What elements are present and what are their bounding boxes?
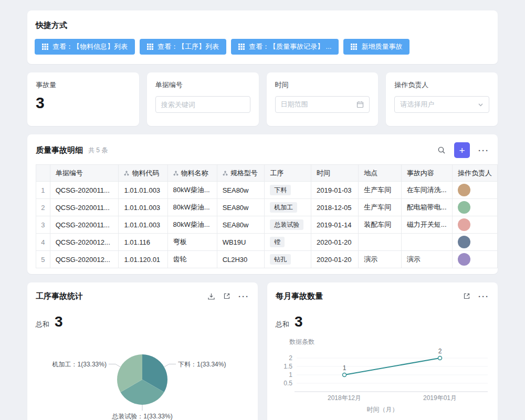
table-more-button[interactable]: ··· — [478, 146, 489, 155]
total-label: 总和 — [276, 320, 289, 329]
shortcut-view-material-list-button[interactable]: 查看：【物料信息】列表 — [35, 39, 135, 55]
cell-spec: SEA80w — [217, 216, 265, 234]
doc-number-search-input[interactable] — [155, 96, 250, 113]
cell-owner — [452, 234, 497, 251]
chevron-down-icon — [478, 102, 484, 108]
column-header-process[interactable]: 工序 — [265, 165, 311, 182]
time-filter-card: 时间 日期范围 — [267, 72, 379, 126]
total-value: 3 — [55, 314, 63, 329]
column-header-content[interactable]: 事故内容 — [401, 165, 452, 182]
accident-detail-card: 质量事故明细 共 5 条 + ··· 单据编号物料代码物料名称规格型号工序时间地… — [27, 134, 498, 274]
shortcut-new-accident-button[interactable]: 新增质量事故 — [343, 39, 410, 55]
table-container: 单据编号物料代码物料名称规格型号工序时间地点事故内容操作负责人 1QCSG-20… — [36, 164, 498, 268]
avatar[interactable] — [458, 236, 470, 248]
search-button[interactable] — [437, 146, 446, 154]
process-tag: 钻孔 — [270, 254, 291, 265]
date-range-input[interactable]: 日期范围 — [275, 96, 370, 113]
y-tick-label: 0.5 — [284, 380, 292, 387]
cell-time: 2019-01-14 — [311, 216, 358, 234]
total-value: 3 — [295, 314, 303, 329]
cell-doc: QCSG-2020011... — [50, 182, 119, 199]
accident-detail-title: 质量事故明细 — [36, 145, 83, 155]
column-header-name[interactable]: 物料名称 — [167, 165, 217, 182]
column-header-doc[interactable]: 单据编号 — [50, 165, 119, 182]
total-label: 总和 — [36, 320, 49, 329]
cell-content — [401, 234, 452, 251]
accident-count-value: 3 — [36, 95, 131, 111]
table-row[interactable]: 4QCSG-2020012...1.01.116弯板WB19U镗2020-01-… — [36, 234, 498, 251]
cell-place: 演示 — [359, 251, 401, 268]
filter-row: 事故量 3 单据编号 时间 日期范围 操作负责人 请选择用户 — [27, 72, 498, 126]
cell-spec: WB19U — [217, 234, 265, 251]
chart-more-button[interactable]: ··· — [478, 292, 489, 301]
avatar[interactable] — [458, 218, 470, 231]
pie-label-line — [109, 364, 121, 368]
charts-row: 工序事故统计 ··· 总和 3 下料：1(33.34%)总装试验：1(33.33… — [27, 282, 498, 420]
cell-name: 齿轮 — [167, 251, 217, 268]
process-pie-chart[interactable] — [36, 333, 249, 420]
column-header-label: 地点 — [364, 169, 377, 178]
row-number: 2 — [36, 199, 50, 216]
table-row[interactable]: 5QCSG-2020012...1.01.120.01齿轮CL2H30钻孔202… — [36, 251, 498, 268]
avatar[interactable] — [458, 184, 470, 196]
column-header-owner[interactable]: 操作负责人 — [452, 165, 497, 182]
y-tick-label: 1 — [289, 371, 292, 379]
more-icon: ··· — [478, 292, 489, 301]
chart-more-button[interactable]: ··· — [238, 292, 249, 301]
cell-owner — [452, 216, 497, 234]
plus-icon: + — [459, 145, 465, 155]
save-image-button[interactable] — [207, 292, 215, 300]
accident-count-label: 事故量 — [36, 80, 131, 90]
column-header-place[interactable]: 地点 — [359, 165, 401, 182]
cell-name: 80kW柴油... — [167, 182, 217, 199]
cell-content: 在车间清洗... — [401, 182, 452, 199]
shortcut-label: 新增质量事故 — [361, 42, 402, 51]
expand-chart-button[interactable] — [223, 292, 230, 300]
doc-number-label: 单据编号 — [155, 80, 250, 90]
table-row[interactable]: 2QCSG-2020011...1.01.01.00380kW柴油...SEA8… — [36, 199, 498, 216]
cell-time: 2020-01-20 — [311, 251, 358, 268]
expand-chart-button[interactable] — [463, 292, 470, 300]
cell-process: 总装试验 — [265, 216, 311, 234]
column-header-label: 单据编号 — [56, 169, 83, 178]
table-row[interactable]: 3QCSG-2020011...1.01.01.00380kW柴油...SEA8… — [36, 216, 498, 234]
shortcuts-title: 快捷方式 — [35, 20, 490, 30]
shortcut-view-accident-records-button[interactable]: 查看：【质量事故记录】 ... — [231, 39, 339, 55]
point-value-label: 1 — [343, 364, 346, 372]
cell-name: 80kW柴油... — [167, 199, 217, 216]
add-record-button[interactable]: + — [454, 142, 470, 158]
process-tag: 总装试验 — [270, 219, 303, 230]
search-icon — [437, 146, 446, 154]
row-number: 3 — [36, 216, 50, 234]
table-row[interactable]: 1QCSG-2020011...1.01.01.00380kW柴油...SEA8… — [36, 182, 498, 199]
avatar[interactable] — [458, 201, 470, 214]
owner-filter-label: 操作负责人 — [394, 80, 489, 90]
grid-icon — [351, 44, 357, 50]
shortcut-label: 查看：【工序】列表 — [158, 42, 219, 51]
more-icon: ··· — [238, 292, 249, 301]
pie-slice-label: 机加工：1(33.33%) — [52, 360, 107, 369]
owner-select[interactable]: 请选择用户 — [394, 96, 489, 113]
monthly-line-chart[interactable]: 0.511.522018年12月2019年01月12 — [276, 348, 489, 402]
y-axis-title: 数据条数 — [289, 338, 489, 346]
data-point[interactable] — [438, 356, 442, 360]
save-image-icon — [207, 292, 215, 300]
data-point[interactable] — [343, 373, 346, 377]
cell-process: 钻孔 — [265, 251, 311, 268]
monthly-count-header: 每月事故数量 ··· — [276, 290, 489, 302]
column-header-time[interactable]: 时间 — [311, 165, 358, 182]
avatar[interactable] — [458, 253, 470, 266]
detail-table-head-row: 单据编号物料代码物料名称规格型号工序时间地点事故内容操作负责人 — [36, 165, 498, 182]
column-header-label: 时间 — [317, 169, 330, 178]
cell-spec: SEA80w — [217, 199, 265, 216]
shortcut-label: 查看：【质量事故记录】 ... — [249, 42, 331, 51]
column-header-code[interactable]: 物料代码 — [119, 165, 167, 182]
cell-name: 80kW柴油... — [167, 216, 217, 234]
cell-place — [359, 234, 401, 251]
grid-icon — [238, 44, 245, 50]
column-header-spec[interactable]: 规格型号 — [217, 165, 265, 182]
cell-code: 1.01.01.003 — [119, 199, 167, 216]
shortcut-view-process-list-button[interactable]: 查看：【工序】列表 — [140, 39, 226, 55]
column-header-index[interactable] — [36, 165, 50, 182]
date-range-placeholder: 日期范围 — [281, 100, 308, 109]
